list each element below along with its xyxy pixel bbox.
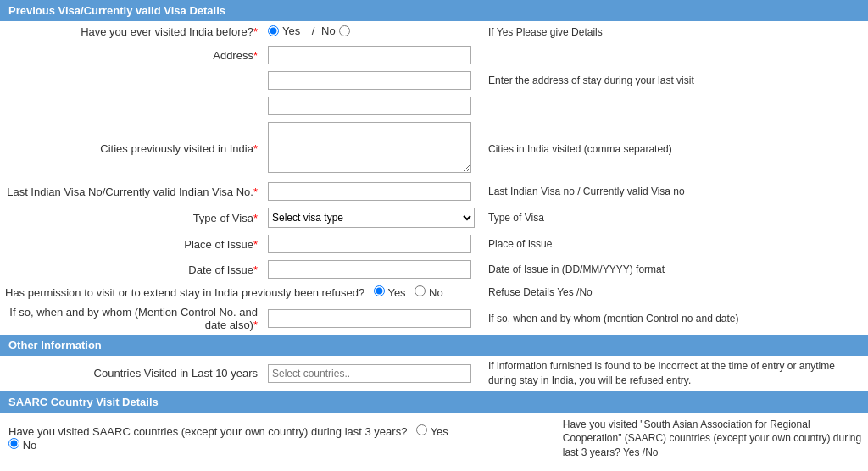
visa-no-input[interactable] [268,182,471,201]
visited-india-yes-radio[interactable] [268,25,279,36]
refused-yes-label: Yes [387,286,405,299]
refused-hint: Refuse Details Yes /No [483,282,868,302]
visited-india-label: Have you ever visited India before?* [0,21,263,42]
refused-yes-radio[interactable] [374,285,385,296]
refused-by-label: If so, when and by whom (Mention Control… [0,302,263,335]
address-input-3[interactable] [268,97,471,115]
other-section-header: Other Information [0,335,868,356]
saarc-section-header: SAARC Country Visit Details [0,391,868,413]
address-input-2[interactable] [268,71,471,90]
visited-india-yes-label: Yes [282,25,300,37]
place-issue-input[interactable] [268,235,471,253]
refused-by-hint: If so, when and by whom (mention Control… [483,302,868,335]
visited-india-hint: If Yes Please give Details [483,21,868,42]
saarc-no-label: No [23,439,37,452]
date-issue-label: Date of Issue* [0,257,263,282]
saarc-yes-radio[interactable] [416,424,427,435]
countries-hint: If information furnished is found to be … [483,356,868,391]
refused-label: Has permission to visit or to extend sta… [5,286,364,299]
refused-by-input[interactable] [268,309,471,328]
date-issue-input[interactable] [268,260,471,279]
address-label: Address* [0,42,263,68]
cities-label: Cities previously visited in India* [0,119,263,179]
saarc-yes-label: Yes [431,425,448,438]
visited-india-no-radio[interactable] [339,25,350,36]
cities-hint: Cities in India visited (comma separated… [483,119,868,179]
countries-input[interactable] [268,364,471,383]
visa-section-header: Previous Visa/Currently valid Visa Detai… [0,0,868,21]
visa-no-label: Last Indian Visa No/Currently valid Indi… [0,179,263,204]
visa-type-label: Type of Visa* [0,204,263,231]
visa-no-hint: Last Indian Visa no / Currently valid Vi… [483,179,868,204]
cities-textarea[interactable] [268,122,471,173]
saarc-no-radio[interactable] [8,438,19,449]
refused-no-label: No [429,286,443,299]
date-issue-hint: Date of Issue in (DD/MM/YYYY) format [483,257,868,282]
saarc-label: Have you visited SAARC countries (except… [8,425,407,438]
visa-type-hint: Type of Visa [483,204,868,231]
place-issue-hint: Place of Issue [483,231,868,257]
saarc-hint: Have you visited "South Asian Associatio… [558,413,868,463]
address-input-1[interactable] [268,46,471,64]
place-issue-label: Place of Issue* [0,231,263,257]
countries-label: Countries Visited in Last 10 years [0,356,263,391]
visa-type-select[interactable]: Select visa type [268,208,475,228]
address-hint: Enter the address of stay during your la… [483,42,868,119]
refused-no-radio[interactable] [415,285,426,296]
